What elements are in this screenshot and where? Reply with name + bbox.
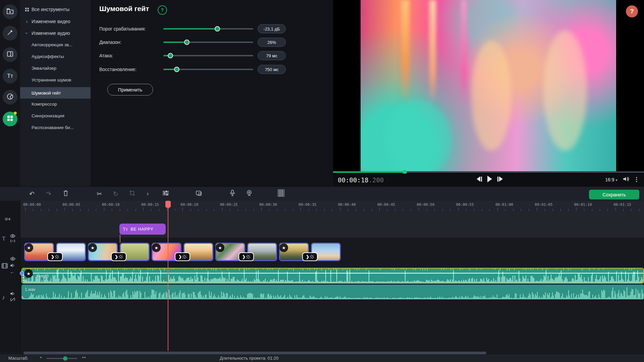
sticker-clock-icon — [6, 93, 14, 102]
audio-clip-2[interactable]: 1.wav — [21, 285, 644, 299]
titles-button[interactable]: Tт — [3, 69, 17, 83]
menu-item-child[interactable]: Эквалайзер — [20, 63, 91, 73]
menu-item-child[interactable]: Распознавание би... — [20, 122, 91, 132]
aspect-ratio-value: 16:9 — [605, 177, 614, 182]
horizontal-scrollbar[interactable] — [23, 352, 486, 354]
slider-track[interactable] — [163, 55, 253, 56]
ruler-time-label: 00:00:10 — [102, 202, 120, 207]
transition-arrow-icon: ❯ — [242, 255, 246, 259]
menu-item-child[interactable]: Аудиоэффекты — [20, 51, 91, 61]
timeline-zoom-slider[interactable] — [46, 358, 77, 359]
color-adjust-button[interactable]: ◐ — [144, 189, 153, 198]
zoom-out-icon[interactable]: ▲ — [40, 356, 42, 359]
slider-value[interactable]: -23,1 дБ — [258, 24, 286, 34]
zoom-in-icon[interactable]: ▲▲ — [82, 356, 86, 359]
redo-button[interactable]: ↷ — [44, 189, 53, 198]
record-webcam-button[interactable] — [245, 189, 254, 198]
preview-progress-bar[interactable] — [333, 171, 644, 173]
menu-item-child[interactable]: Синхронизация — [20, 111, 91, 121]
menu-item-label: Изменение аудио — [32, 31, 70, 36]
transitions-button[interactable] — [3, 47, 17, 62]
video-track-visibility-icon[interactable] — [10, 257, 15, 261]
slider-value[interactable]: 750 мс — [258, 65, 286, 74]
preview-menu-button[interactable]: ⋮ — [634, 176, 639, 183]
slider-track[interactable] — [163, 42, 253, 43]
playhead-line[interactable] — [168, 201, 168, 351]
menu-item-child[interactable]: Автокоррекция зв... — [20, 40, 91, 50]
title-track-link-icon[interactable] — [10, 239, 15, 243]
slider-knob[interactable] — [174, 67, 179, 72]
previous-frame-button[interactable] — [477, 176, 482, 182]
audio-track-icon: ♪ — [2, 294, 5, 301]
menu-item-root[interactable]: Все инструменты — [20, 4, 91, 14]
crop-button[interactable] — [127, 189, 137, 198]
menu-item-root[interactable]: ›Изменение видео — [20, 16, 91, 26]
volume-envelope-line[interactable] — [22, 273, 643, 274]
ruler-tick — [489, 209, 490, 211]
transition-pattern-icon — [182, 255, 186, 259]
left-rail: Tт — [0, 0, 20, 186]
clip-properties-button[interactable] — [161, 189, 170, 198]
menu-item-root[interactable]: ›Изменение аудио — [20, 28, 91, 38]
rotate-button[interactable]: ↻ — [111, 189, 120, 198]
timeline-ruler[interactable]: 00:00:0000:00:0500:00:1000:00:1500:00:20… — [0, 201, 644, 212]
picture-in-picture-icon — [196, 190, 203, 198]
timeline-view-button[interactable] — [276, 189, 286, 198]
slider-track[interactable] — [163, 69, 253, 70]
transition-badge[interactable]: ❯ — [47, 252, 63, 261]
undo-button[interactable]: ↶ — [27, 189, 37, 198]
next-frame-button[interactable] — [497, 176, 503, 182]
apply-button[interactable]: Применить — [107, 84, 153, 96]
audio-track-unlink-icon[interactable] — [10, 297, 15, 302]
slider-value[interactable]: 26% — [258, 38, 286, 47]
play-icon — [487, 176, 492, 182]
add-track-icon[interactable]: ≡+ — [5, 216, 11, 222]
menu-item-label: Синхронизация — [32, 113, 64, 118]
title-clip[interactable]: Tт BE HAPPY — [119, 224, 166, 235]
audio-track-mute-icon[interactable] — [10, 291, 15, 296]
stickers-button[interactable] — [3, 90, 17, 105]
ruler-tick — [301, 207, 301, 211]
favorite-star-badge: ★ — [88, 243, 97, 252]
ruler-tick — [348, 209, 348, 211]
panel-help-icon[interactable]: ? — [158, 5, 167, 15]
menu-item-label: Эквалайзер — [32, 66, 56, 71]
menu-item-child[interactable]: Компрессор — [20, 99, 91, 109]
menu-item-label: Аудиоэффекты — [32, 54, 64, 59]
volume-button[interactable] — [622, 176, 629, 183]
menu-item-selected[interactable]: Шумовой гейт — [20, 87, 91, 99]
more-tools-button[interactable] — [3, 112, 17, 126]
help-button[interactable]: ? — [626, 5, 638, 17]
record-audio-button[interactable] — [228, 189, 237, 198]
video-track-back-icon[interactable]: ← — [10, 269, 15, 275]
ruler-time-label: 00:01:15 — [613, 202, 631, 207]
title-track-icon: T — [2, 236, 5, 242]
delete-button[interactable] — [61, 189, 70, 198]
transition-badge[interactable]: ❯ — [302, 252, 318, 261]
play-button[interactable] — [487, 176, 492, 182]
playhead-handle[interactable] — [165, 201, 171, 207]
split-button[interactable]: ✂ — [95, 189, 104, 198]
title-track-visibility-icon[interactable] — [10, 234, 15, 238]
menu-item-label: Распознавание би... — [32, 125, 74, 130]
timeline-zoom-knob[interactable] — [63, 356, 67, 361]
slider-knob[interactable] — [215, 26, 220, 32]
transition-badge[interactable]: ❯ — [175, 252, 190, 261]
slider-value[interactable]: 79 мс — [258, 51, 286, 60]
ruler-tick — [64, 207, 65, 211]
slider-knob[interactable] — [168, 53, 173, 58]
overlay-button[interactable] — [195, 189, 204, 198]
aspect-ratio-select[interactable]: 16:9 ▾ — [605, 177, 618, 182]
import-media-button[interactable] — [3, 4, 17, 19]
save-button[interactable]: Сохранить — [589, 190, 639, 199]
slider-track[interactable] — [163, 28, 253, 29]
slider-knob[interactable] — [184, 40, 190, 45]
transition-badge[interactable]: ❯ — [111, 252, 126, 261]
menu-item-child[interactable]: Устранение шумов — [20, 75, 91, 85]
ruler-time-label: 00:00:20 — [180, 202, 198, 207]
menu-item-label: Компрессор — [32, 102, 57, 107]
video-track-mute-icon[interactable] — [10, 263, 15, 268]
filters-button[interactable] — [3, 26, 17, 41]
transition-badge[interactable]: ❯ — [238, 252, 254, 261]
audio-clip-1[interactable]: ★ B.mp3 — [21, 268, 644, 284]
